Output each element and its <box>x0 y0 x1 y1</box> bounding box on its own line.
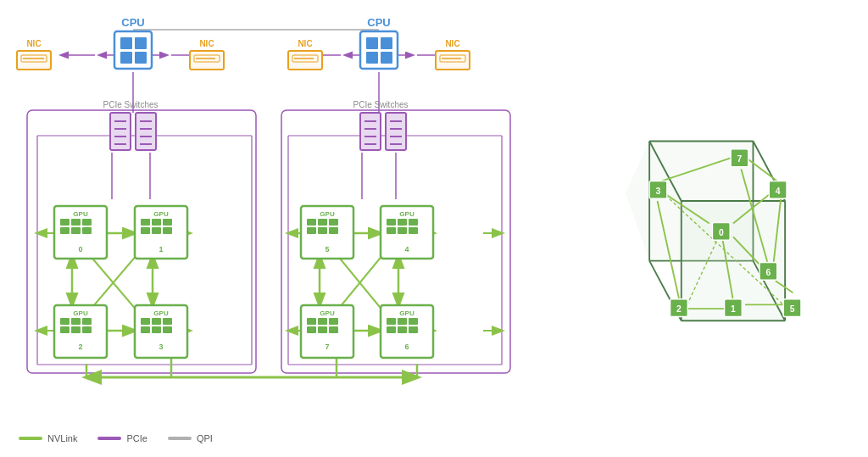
svg-rect-153 <box>398 227 407 234</box>
svg-text:0: 0 <box>719 227 724 237</box>
svg-rect-53 <box>17 51 51 70</box>
svg-text:7: 7 <box>737 153 743 163</box>
svg-rect-114 <box>152 219 161 226</box>
svg-text:GPU: GPU <box>153 309 169 317</box>
svg-text:GPU: GPU <box>399 309 415 317</box>
svg-text:GPU: GPU <box>73 210 88 218</box>
svg-rect-152 <box>387 227 396 234</box>
svg-rect-125 <box>60 326 70 333</box>
svg-rect-107 <box>60 227 70 234</box>
svg-text:GPU: GPU <box>320 309 335 317</box>
legend-qpi: QPI <box>168 433 213 443</box>
svg-text:PCIe Switches: PCIe Switches <box>353 100 408 109</box>
svg-text:GPU: GPU <box>399 210 415 218</box>
svg-rect-65 <box>135 52 147 64</box>
svg-rect-134 <box>141 326 150 333</box>
pcie-line <box>97 437 121 440</box>
svg-rect-63 <box>135 37 147 49</box>
svg-rect-133 <box>163 318 172 325</box>
cube-svg: 0 1 2 3 4 5 6 7 <box>570 68 841 390</box>
svg-rect-106 <box>82 219 92 226</box>
svg-text:CPU: CPU <box>121 16 144 29</box>
svg-rect-161 <box>307 326 316 333</box>
svg-rect-64 <box>120 52 132 64</box>
svg-rect-76 <box>366 37 378 49</box>
svg-text:5: 5 <box>790 304 795 313</box>
svg-rect-132 <box>152 318 161 325</box>
svg-text:4: 4 <box>404 245 409 254</box>
svg-text:7: 7 <box>325 343 329 351</box>
svg-rect-163 <box>329 326 338 333</box>
svg-rect-172 <box>409 326 418 333</box>
svg-rect-149 <box>387 219 396 226</box>
svg-rect-141 <box>318 219 327 226</box>
svg-rect-159 <box>318 318 327 325</box>
svg-rect-62 <box>120 37 132 49</box>
svg-rect-171 <box>398 326 407 333</box>
svg-text:0: 0 <box>78 245 82 254</box>
svg-rect-117 <box>152 227 161 234</box>
svg-rect-169 <box>409 318 418 325</box>
svg-rect-127 <box>82 326 92 333</box>
svg-rect-108 <box>71 227 81 234</box>
svg-rect-77 <box>381 37 392 49</box>
svg-rect-151 <box>409 219 418 226</box>
svg-rect-115 <box>163 219 172 226</box>
svg-text:GPU: GPU <box>153 210 169 218</box>
nvlink-label: NVLink <box>47 433 77 443</box>
svg-text:3: 3 <box>656 186 661 195</box>
svg-rect-79 <box>381 52 392 64</box>
svg-text:PCIe Switches: PCIe Switches <box>103 100 158 109</box>
svg-text:2: 2 <box>78 343 82 351</box>
svg-rect-126 <box>71 326 81 333</box>
nvlink-line <box>19 437 42 440</box>
svg-rect-160 <box>329 318 338 325</box>
svg-rect-105 <box>71 219 81 226</box>
qpi-line <box>168 437 192 440</box>
right-cube: 0 1 2 3 4 5 6 7 <box>544 4 866 454</box>
svg-text:5: 5 <box>325 245 329 254</box>
svg-rect-167 <box>387 318 396 325</box>
svg-rect-145 <box>329 227 338 234</box>
svg-text:6: 6 <box>404 343 409 351</box>
svg-text:NIC: NIC <box>199 39 214 48</box>
svg-rect-142 <box>329 219 338 226</box>
svg-rect-122 <box>60 318 70 325</box>
svg-rect-168 <box>398 318 407 325</box>
svg-text:1: 1 <box>159 245 163 254</box>
left-diagram: NIC NIC CPU NIC NIC <box>2 4 544 454</box>
svg-text:GPU: GPU <box>320 210 335 218</box>
svg-rect-135 <box>152 326 161 333</box>
pcie-label: PCIe <box>126 433 147 443</box>
svg-rect-104 <box>60 219 70 226</box>
svg-rect-143 <box>307 227 316 234</box>
svg-rect-67 <box>288 51 322 70</box>
svg-rect-131 <box>141 318 150 325</box>
svg-rect-124 <box>82 318 92 325</box>
svg-rect-162 <box>318 326 327 333</box>
svg-rect-57 <box>190 51 224 70</box>
svg-rect-158 <box>307 318 316 325</box>
svg-text:NIC: NIC <box>26 39 41 48</box>
svg-text:GPU: GPU <box>73 309 88 317</box>
svg-text:6: 6 <box>765 267 771 276</box>
svg-rect-78 <box>366 52 378 64</box>
svg-rect-136 <box>163 326 172 333</box>
svg-rect-144 <box>318 227 327 234</box>
svg-rect-123 <box>71 318 81 325</box>
legend: NVLink PCIe QPI <box>19 433 213 443</box>
main-container: NIC NIC CPU NIC NIC <box>2 4 866 454</box>
svg-rect-109 <box>82 227 92 234</box>
svg-rect-140 <box>307 219 316 226</box>
architecture-svg: NIC NIC CPU NIC NIC <box>2 4 544 428</box>
qpi-label: QPI <box>197 433 213 443</box>
svg-rect-150 <box>398 219 407 226</box>
svg-rect-113 <box>141 219 150 226</box>
svg-rect-118 <box>163 227 172 234</box>
svg-rect-116 <box>141 227 150 234</box>
legend-nvlink: NVLink <box>19 433 77 443</box>
svg-rect-170 <box>387 326 396 333</box>
svg-rect-154 <box>409 227 418 234</box>
svg-text:3: 3 <box>159 343 163 351</box>
legend-pcie: PCIe <box>97 433 147 443</box>
